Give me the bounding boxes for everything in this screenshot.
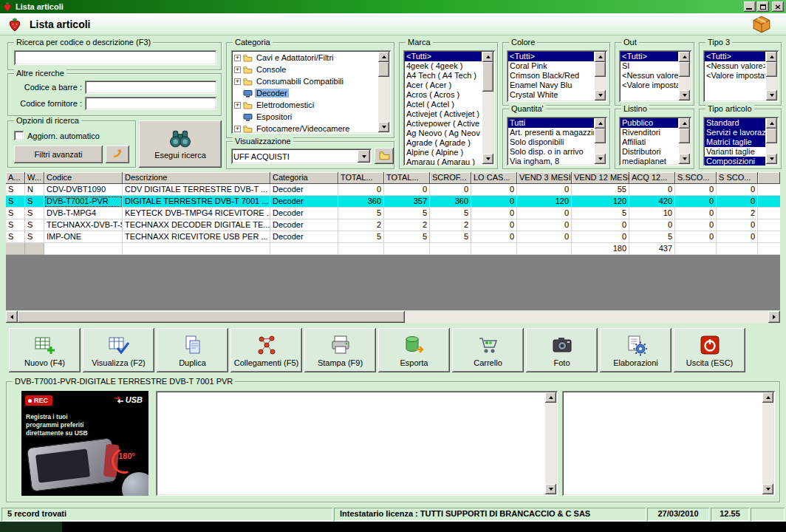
scroll-down-button[interactable] [762, 484, 773, 494]
scroll-up-button[interactable] [679, 118, 690, 129]
list-item[interactable]: Activepower ( Active [405, 119, 482, 129]
notes-scrollbar[interactable] [762, 392, 773, 494]
stampa-button[interactable]: Stampa (F9) [304, 328, 376, 372]
column-header[interactable]: ACQ 12... [629, 172, 675, 184]
scroll-thumb[interactable] [595, 62, 606, 77]
scroll-thumb[interactable] [18, 311, 405, 323]
list-item[interactable]: Amarau ( Amarau ) [405, 157, 482, 166]
description-scrollbar[interactable] [545, 392, 556, 494]
list-item[interactable]: A4 Tech ( A4 Tech ) [405, 71, 482, 81]
list-item[interactable]: <Tutti> [508, 52, 594, 61]
execute-search-button[interactable]: Esegui ricerca [139, 120, 222, 168]
scroll-thumb[interactable] [679, 129, 690, 143]
column-header[interactable]: S.SCO... [675, 172, 717, 184]
column-header[interactable]: A... [6, 172, 25, 184]
marca-listbox[interactable]: <Tutti> 4geek ( 4geek ) A4 Tech ( A4 Tec… [403, 50, 495, 166]
list-item[interactable]: Crystal White [508, 90, 594, 100]
table-row[interactable]: S S DVB-T-MPG4 KEYTECK DVB-TMPG4 RICEVIT… [6, 208, 780, 219]
scroll-thumb[interactable] [766, 62, 777, 77]
scroll-down-button[interactable] [679, 154, 690, 164]
column-header[interactable]: SCROF... [430, 172, 471, 184]
list-item[interactable]: <Tutti> [405, 52, 482, 61]
visualizzazione-combobox[interactable]: UFF ACQUISTI [231, 149, 372, 164]
scroll-up-button[interactable] [545, 392, 556, 403]
scroll-down-button[interactable] [766, 90, 777, 100]
list-item[interactable]: <Nessun valore> [621, 71, 678, 81]
supplier-code-input[interactable] [85, 97, 216, 110]
tipo-articolo-listbox[interactable]: Standard Servizi e lavorazi Matrici tagl… [703, 117, 779, 166]
tree-expand-icon[interactable]: + [234, 126, 241, 132]
quantita-scrollbar[interactable] [595, 118, 606, 164]
scroll-down-button[interactable] [595, 90, 606, 100]
column-header[interactable]: S SCO... [717, 172, 758, 184]
colore-scrollbar[interactable] [595, 52, 606, 100]
duplica-button[interactable]: Duplica [157, 328, 228, 372]
list-item[interactable]: Via ingham, 8 [508, 157, 594, 166]
minimize-button[interactable] [744, 1, 756, 12]
tree-expand-icon[interactable]: + [234, 78, 241, 85]
scroll-down-button[interactable] [545, 484, 556, 494]
nuovo-button[interactable]: Nuovo (F4) [9, 328, 81, 372]
column-header[interactable]: TOTAL... [384, 172, 430, 184]
maximize-button[interactable] [757, 1, 769, 12]
list-item[interactable]: <Valore impostato> [705, 71, 765, 81]
table-row[interactable]: S S TECHNAXX-DVB-T-S4 TECHNAXX DECODER D… [6, 219, 780, 231]
listino-scrollbar[interactable] [679, 118, 690, 164]
list-item[interactable]: <Valore impostato> [621, 81, 678, 90]
tree-item[interactable]: + Cavi e Adattatori/Filtri [231, 52, 377, 64]
titlebar[interactable]: Lista articoli [0, 0, 786, 13]
table-row-selected[interactable]: S S DVB-T7001-PVR DIGITALE TERRESTRE DVB… [6, 196, 780, 208]
open-folder-button[interactable] [375, 148, 394, 164]
table-horizontal-scrollbar[interactable] [6, 311, 780, 323]
list-item[interactable]: Acer ( Acer ) [405, 81, 482, 90]
tree-item[interactable]: + Elettrodomestici [231, 99, 377, 111]
advanced-arrow-button[interactable] [106, 146, 129, 163]
list-item[interactable]: Pubblico [621, 118, 678, 128]
list-item[interactable]: Alpine ( Alpine ) [405, 148, 482, 157]
foto-button[interactable]: Foto [526, 328, 598, 372]
list-item[interactable]: Affiliati [621, 137, 678, 147]
list-item[interactable]: Matrici taglie [705, 137, 765, 147]
tree-item[interactable]: + Consumabili Compatibili [231, 75, 377, 87]
column-header[interactable]: VEND 3 MESI [517, 172, 572, 184]
uscita-button[interactable]: Uscita (ESC) [674, 328, 745, 372]
scroll-down-button[interactable] [482, 154, 493, 164]
colore-listbox[interactable]: <Tutti> Coral Pink Crimson Black/Red Ena… [507, 50, 607, 102]
list-item[interactable]: Actel ( Actel ) [405, 100, 482, 109]
quantita-listbox[interactable]: Tutti Art. presenti a magazzino Solo dis… [507, 117, 607, 166]
tree-item-selected[interactable]: Decoder [231, 87, 377, 99]
carrello-button[interactable]: Carrello [452, 328, 524, 372]
tipo-articolo-scrollbar[interactable] [766, 118, 777, 164]
list-item[interactable]: Enamel Navy Blu [508, 81, 594, 90]
list-item[interactable]: Ag Neovo ( Ag Neov [405, 129, 482, 138]
scroll-thumb[interactable] [595, 129, 606, 143]
categoria-scrollbar[interactable] [378, 52, 389, 132]
scroll-up-button[interactable] [766, 118, 777, 129]
visualizza-button[interactable]: Visualizza (F2) [83, 328, 154, 372]
collegamenti-button[interactable]: Collegamenti (F5) [230, 328, 302, 372]
scroll-thumb[interactable] [482, 62, 493, 92]
scroll-down-button[interactable] [595, 154, 606, 164]
scroll-down-button[interactable] [679, 90, 690, 100]
categoria-tree[interactable]: + Cavi e Adattatori/Filtri + Console + C… [231, 50, 391, 134]
search-input[interactable] [14, 50, 216, 65]
scroll-down-button[interactable] [766, 154, 777, 164]
list-item[interactable]: Coral Pink [508, 61, 594, 71]
combo-dropdown-button[interactable] [358, 150, 370, 163]
list-item[interactable]: Servizi e lavorazi [705, 128, 765, 137]
list-item[interactable]: Standard [705, 118, 765, 128]
column-header[interactable]: Categoria [270, 172, 338, 184]
close-button[interactable] [772, 1, 784, 12]
list-item[interactable]: Distributori [621, 147, 678, 157]
list-item[interactable]: Tutti [508, 118, 594, 128]
tipo3-listbox[interactable]: <Tutti> <Nessun valore> <Valore impostat… [703, 50, 779, 102]
list-item[interactable]: Crimson Black/Red [508, 71, 594, 81]
scroll-left-button[interactable] [6, 311, 18, 323]
list-item[interactable]: Activejet ( Activejet ) [405, 109, 482, 119]
table-row[interactable]: S N CDV-DVBT1090 CDV DIGITALE TERRESTRE … [6, 184, 780, 196]
listino-listbox[interactable]: Pubblico Rivenditori Affiliati Distribut… [619, 117, 691, 166]
column-header[interactable]: TOTAL... [338, 172, 384, 184]
column-header[interactable]: VEND 12 MESI [572, 172, 629, 184]
list-item[interactable]: 4geek ( 4geek ) [405, 61, 482, 71]
tipo3-scrollbar[interactable] [766, 52, 777, 100]
